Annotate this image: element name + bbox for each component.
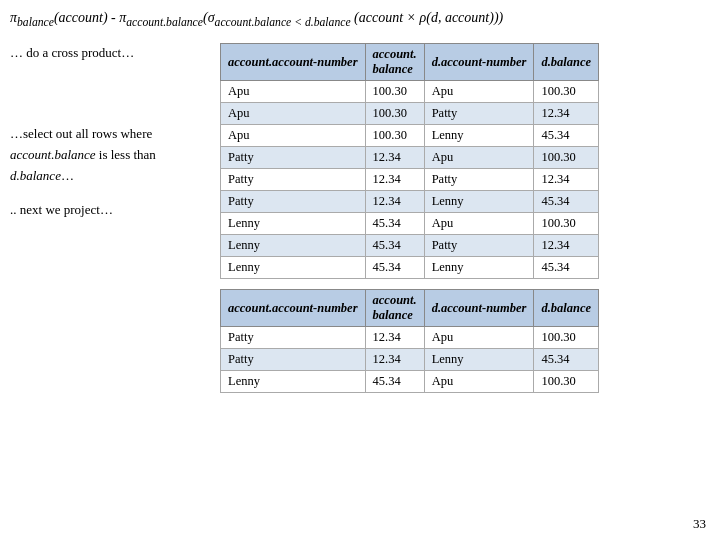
table1-header-2: d.account-number [424, 44, 534, 81]
table-row: Apu [424, 371, 534, 393]
table-row: 12.34 [365, 191, 424, 213]
table-row: 100.30 [365, 125, 424, 147]
table1-header-3: d.balance [534, 44, 599, 81]
table-row: Patty [221, 169, 366, 191]
table2-header-1: account.balance [365, 290, 424, 327]
table-row: 45.34 [534, 125, 599, 147]
table-row: 45.34 [534, 191, 599, 213]
table-row: 100.30 [534, 81, 599, 103]
table-row: 100.30 [534, 371, 599, 393]
table-row: 45.34 [365, 213, 424, 235]
table-row: 12.34 [365, 169, 424, 191]
table-row: 45.34 [534, 349, 599, 371]
table-row: Lenny [221, 371, 366, 393]
select-label: …select out all rows where account.balan… [10, 124, 210, 186]
left-panel: … do a cross product… …select out all ro… [10, 43, 210, 403]
table-row: Apu [424, 213, 534, 235]
table-row: 100.30 [365, 103, 424, 125]
page-number: 33 [693, 516, 706, 532]
main-content: … do a cross product… …select out all ro… [0, 37, 720, 409]
table2-header-0: account.account-number [221, 290, 366, 327]
table2-header-2: d.account-number [424, 290, 534, 327]
right-panel: account.account-number account.balance d… [220, 43, 710, 403]
table-row: Lenny [424, 349, 534, 371]
table-row: 12.34 [365, 327, 424, 349]
table-row: Apu [221, 125, 366, 147]
table-row: 45.34 [534, 257, 599, 279]
table2-header-3: d.balance [534, 290, 599, 327]
table-row: Patty [221, 349, 366, 371]
table-row: 12.34 [534, 235, 599, 257]
table-row: Lenny [221, 213, 366, 235]
table-row: Apu [221, 81, 366, 103]
table-row: Lenny [221, 257, 366, 279]
table2: account.account-number account.balance d… [220, 289, 599, 393]
table-row: Patty [424, 169, 534, 191]
header: πbalance(account) - πaccount.balance(σac… [0, 0, 720, 37]
cross-product-label: … do a cross product… [10, 43, 210, 64]
table-row: Patty [221, 327, 366, 349]
table-row: 45.34 [365, 371, 424, 393]
next-label: .. next we project… [10, 200, 210, 221]
table-row: 12.34 [365, 147, 424, 169]
table-row: Lenny [424, 191, 534, 213]
table1: account.account-number account.balance d… [220, 43, 599, 279]
table-row: 100.30 [534, 327, 599, 349]
formula-text: πbalance(account) - πaccount.balance(σac… [10, 10, 503, 25]
table-row: Apu [424, 81, 534, 103]
table-row: Patty [221, 147, 366, 169]
table-row: 100.30 [534, 147, 599, 169]
table-row: Apu [424, 327, 534, 349]
table-row: Lenny [221, 235, 366, 257]
table-row: 100.30 [534, 213, 599, 235]
table-row: 12.34 [365, 349, 424, 371]
table1-header-1: account.balance [365, 44, 424, 81]
table1-header-0: account.account-number [221, 44, 366, 81]
table-row: 12.34 [534, 103, 599, 125]
table-row: 45.34 [365, 257, 424, 279]
table-row: Lenny [424, 257, 534, 279]
table-row: Apu [424, 147, 534, 169]
table-row: Patty [424, 235, 534, 257]
table-row: Patty [221, 191, 366, 213]
table-row: 100.30 [365, 81, 424, 103]
table-row: 12.34 [534, 169, 599, 191]
table-row: Lenny [424, 125, 534, 147]
table-row: Apu [221, 103, 366, 125]
table-row: Patty [424, 103, 534, 125]
table-row: 45.34 [365, 235, 424, 257]
